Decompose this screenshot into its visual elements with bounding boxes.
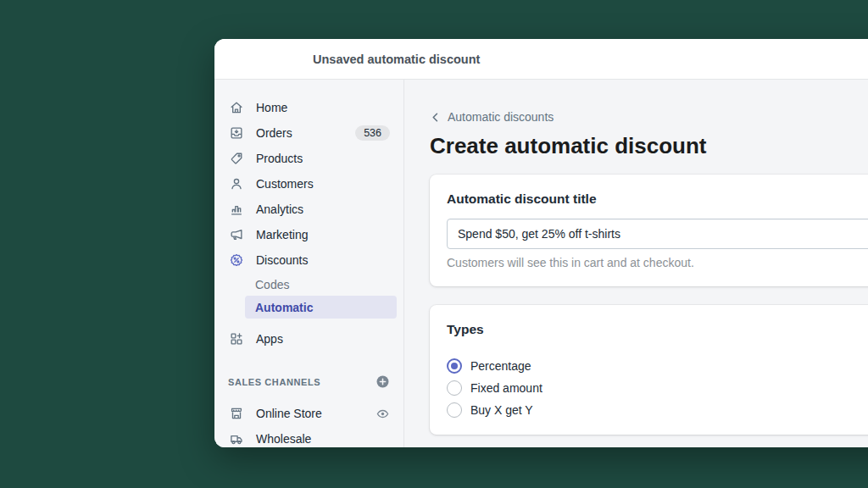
sidebar-item-label: Marketing [256,228,308,241]
radio-option-fixed-amount[interactable]: Fixed amount [447,380,542,396]
sidebar-item-wholesale[interactable]: Wholesale [214,426,403,447]
radio-label: Buy X get Y [470,403,533,417]
sidebar-item-orders[interactable]: Orders 536 [214,120,403,146]
marketing-icon [228,226,245,243]
app-window: Unsaved automatic discount Home [214,39,868,447]
breadcrumb-label: Automatic discounts [448,110,554,124]
apps-icon [228,330,245,347]
home-icon [228,99,245,116]
sidebar: Home Orders 536 [214,80,404,447]
radio-option-percentage[interactable]: Percentage [447,358,531,374]
discount-title-card: Automatic discount title Customers will … [430,175,868,286]
radio-button [447,358,462,374]
sidebar-item-marketing[interactable]: Marketing [214,222,403,247]
sidebar-item-home[interactable]: Home [214,95,403,120]
sidebar-item-apps[interactable]: Apps [214,326,403,352]
analytics-icon [228,201,245,218]
sidebar-item-label: Customers [256,177,314,191]
sidebar-item-discounts[interactable]: Discounts [214,247,403,273]
discount-title-helper: Customers will see this in cart and at c… [447,256,868,269]
truck-icon [228,430,245,447]
radio-label: Percentage [470,359,531,373]
customers-icon [228,175,245,192]
eye-icon[interactable] [376,407,390,421]
sidebar-item-label: Online Store [256,407,322,420]
context-bar: Unsaved automatic discount [214,39,868,80]
radio-option-buy-x-get-y[interactable]: Buy X get Y [447,402,533,418]
main-content: Automatic discounts Create automatic dis… [404,80,868,447]
orders-count-badge: 536 [355,125,390,141]
sidebar-item-online-store[interactable]: Online Store [214,401,403,426]
sidebar-item-label: Home [256,101,287,114]
products-icon [228,150,245,167]
sidebar-item-customers[interactable]: Customers [214,171,403,197]
sidebar-subitem-codes[interactable]: Codes [245,273,397,296]
sidebar-item-products[interactable]: Products [214,146,403,171]
sidebar-item-label: Automatic [255,301,313,314]
sidebar-item-label: Wholesale [256,432,311,446]
sidebar-item-label: Discounts [256,253,308,267]
radio-button [447,380,462,396]
discounts-icon [228,252,245,269]
discount-title-input[interactable] [447,219,868,249]
storefront-icon [228,405,245,422]
types-card: Types Percentage Fixed amount Buy X get … [430,305,868,435]
plus-circle-icon[interactable] [376,374,390,389]
sidebar-item-label: Codes [255,278,289,291]
sidebar-item-label: Apps [256,332,283,346]
sidebar-item-analytics[interactable]: Analytics [214,197,403,222]
sidebar-item-label: Products [256,152,303,165]
page-title: Create automatic discount [430,133,868,159]
unsaved-title: Unsaved automatic discount [313,53,480,66]
desktop-background: Unsaved automatic discount Home [0,0,868,488]
breadcrumb[interactable]: Automatic discounts [430,110,554,124]
sidebar-item-label: Analytics [256,202,303,216]
discount-title-heading: Automatic discount title [447,191,868,207]
sales-channels-label: SALES CHANNELS [228,377,320,387]
sales-channels-header: SALES CHANNELS [214,374,403,389]
radio-label: Fixed amount [470,381,542,395]
sidebar-subitem-automatic[interactable]: Automatic [245,296,397,319]
sidebar-item-label: Orders [256,126,292,140]
types-heading: Types [447,322,868,337]
chevron-left-icon [430,112,441,123]
orders-icon [228,125,245,141]
radio-button [447,402,462,418]
